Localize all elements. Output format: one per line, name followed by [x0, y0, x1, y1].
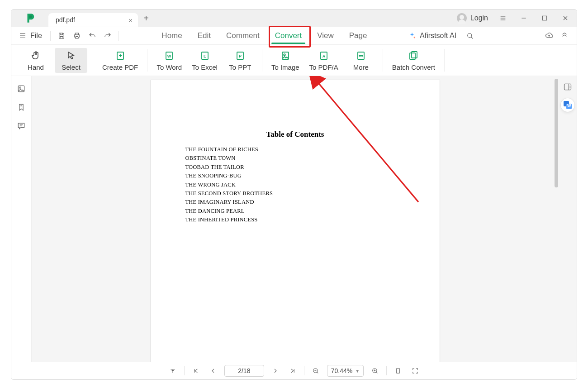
thumbnails-panel-button[interactable] [17, 84, 26, 95]
file-menu-label: File [30, 32, 42, 40]
last-page-button[interactable] [287, 365, 299, 377]
redo-button[interactable] [101, 29, 114, 42]
scroll-to-top-button[interactable] [167, 365, 179, 377]
save-button[interactable] [55, 29, 68, 42]
fullscreen-button[interactable] [409, 365, 421, 377]
to-ppt-button[interactable]: P To PPT [224, 48, 256, 73]
tab-convert[interactable]: Convert [273, 29, 304, 43]
to-word-button[interactable]: W To Word [153, 48, 185, 73]
right-sidebar [559, 76, 577, 362]
search-button[interactable] [464, 29, 476, 42]
menubar: File Home Edit Comment Convert View Page [11, 27, 577, 45]
close-tab-icon[interactable]: × [128, 16, 133, 24]
toc-entry: THE SECOND STORY BROTHERS [185, 189, 405, 198]
main-tabs: Home Edit Comment Convert View Page [121, 29, 408, 43]
ribbon-toolbar: Hand Select Create PDF W To Word E To Ex… [11, 45, 577, 76]
batch-icon [408, 50, 419, 62]
ai-assistant-button[interactable]: Afirstsoft AI [408, 32, 456, 40]
toc-entry: THE FOUNTAIN OF RICHES [185, 145, 405, 154]
toc-entry: THE IMAGINARY ISLAND [185, 198, 405, 206]
cursor-icon [65, 50, 77, 62]
excel-icon: E [199, 50, 211, 62]
svg-rect-22 [564, 84, 571, 90]
print-button[interactable] [71, 29, 83, 42]
login-label: Login [470, 14, 488, 22]
document-canvas[interactable]: Table of Contents THE FOUNTAIN OF RICHES… [32, 76, 559, 362]
pdfa-icon: A [318, 50, 330, 62]
ppt-icon: P [234, 50, 246, 62]
left-sidebar [11, 76, 32, 362]
svg-point-1 [468, 34, 472, 38]
create-pdf-button[interactable]: Create PDF [99, 48, 142, 73]
workspace: Table of Contents THE FOUNTAIN OF RICHES… [11, 76, 577, 362]
select-tool-button[interactable]: Select [55, 48, 87, 73]
zoom-level-select[interactable]: 70.44%▼ [327, 365, 364, 377]
first-page-button[interactable] [190, 365, 202, 377]
sparkle-icon [408, 32, 416, 40]
svg-point-16 [362, 55, 363, 56]
toc-entry: TOOBAD THE TAILOR [185, 163, 405, 172]
toc-list: THE FOUNTAIN OF RICHESOBSTINATE TOWNTOOB… [185, 145, 405, 224]
tab-page[interactable]: Page [347, 29, 369, 43]
right-panel-toggle[interactable] [563, 82, 572, 93]
svg-text:W: W [167, 54, 171, 58]
toc-entry: THE WRONG JACK [185, 181, 405, 189]
new-tab-button[interactable]: + [140, 12, 152, 24]
vertical-scrollbar[interactable] [553, 76, 559, 362]
collapse-ribbon-button[interactable] [560, 31, 569, 41]
to-excel-button[interactable]: E To Excel [188, 48, 221, 73]
user-avatar-icon [457, 13, 467, 23]
comments-panel-button[interactable] [17, 121, 26, 132]
zoom-out-button[interactable] [310, 365, 322, 377]
app-window: pdf.pdf × + Login [11, 9, 577, 380]
next-page-button[interactable] [270, 365, 281, 377]
hand-tool-button[interactable]: Hand [19, 48, 52, 73]
prev-page-button[interactable] [207, 365, 219, 377]
batch-convert-button[interactable]: Batch Convert [389, 48, 439, 73]
bookmarks-panel-button[interactable] [17, 103, 26, 113]
svg-rect-18 [412, 52, 417, 58]
tab-comment[interactable]: Comment [224, 29, 261, 43]
toc-heading: Table of Contents [185, 130, 405, 139]
to-image-button[interactable]: To Image [268, 48, 303, 73]
more-converters-button[interactable]: More [345, 48, 377, 73]
hand-icon [30, 50, 42, 62]
scrollbar-thumb[interactable] [555, 79, 558, 187]
tab-view[interactable]: View [315, 29, 336, 43]
svg-text:E: E [204, 54, 206, 58]
undo-button[interactable] [86, 29, 99, 42]
convert-to-word-badge[interactable] [561, 98, 574, 112]
cloud-sync-button[interactable] [545, 31, 553, 41]
titlebar: pdf.pdf × + Login [11, 10, 577, 27]
page-number-input[interactable]: 2/18 [224, 365, 264, 377]
svg-rect-0 [542, 16, 546, 20]
svg-point-14 [359, 55, 360, 56]
svg-rect-25 [397, 369, 400, 374]
toc-entry: OBSTINATE TOWN [185, 154, 405, 163]
tab-edit[interactable]: Edit [196, 29, 213, 43]
statusbar: 2/18 70.44%▼ [11, 362, 577, 379]
more-icon [355, 50, 367, 62]
word-badge-icon [564, 101, 572, 109]
fit-page-button[interactable] [392, 365, 404, 377]
create-pdf-icon [114, 50, 126, 62]
window-minimize-button[interactable] [518, 12, 530, 24]
toc-entry: THE DANCING PEARL [185, 207, 405, 216]
tab-home[interactable]: Home [160, 29, 184, 43]
zoom-in-button[interactable] [369, 365, 381, 377]
app-logo [14, 12, 47, 24]
window-maximize-button[interactable] [539, 12, 550, 24]
file-menu-button[interactable]: File [15, 30, 46, 42]
svg-point-15 [360, 55, 361, 56]
toc-entry: THE INHERITED PRINCESS [185, 216, 405, 224]
login-button[interactable]: Login [457, 13, 488, 23]
svg-text:A: A [322, 54, 325, 58]
document-tab-title: pdf.pdf [56, 16, 75, 24]
window-close-button[interactable] [560, 12, 571, 24]
app-menu-button[interactable] [497, 12, 509, 24]
document-page: Table of Contents THE FOUNTAIN OF RICHES… [151, 80, 440, 362]
document-tab[interactable]: pdf.pdf × [48, 13, 138, 27]
svg-point-10 [284, 54, 285, 56]
to-pdfa-button[interactable]: A To PDF/A [306, 48, 342, 73]
toc-entry: THE SNOOPING-BUG [185, 172, 405, 180]
